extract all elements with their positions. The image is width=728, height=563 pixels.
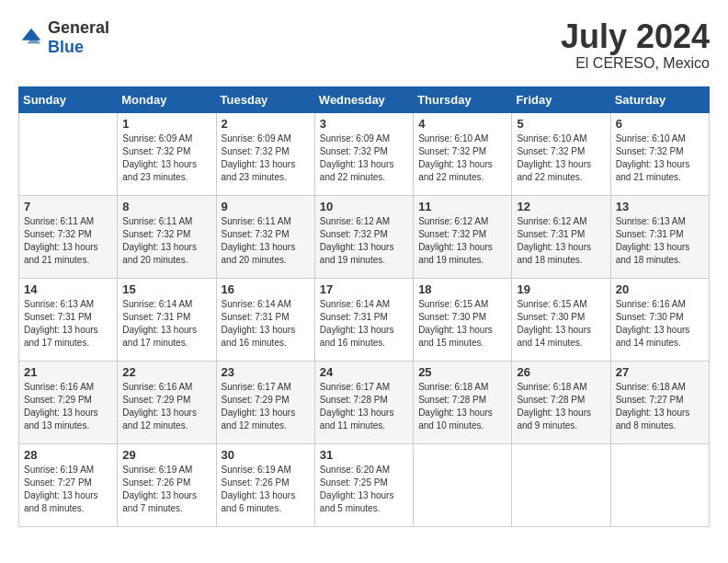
day-number: 6 [616, 117, 704, 131]
day-info: Sunrise: 6:10 AMSunset: 7:32 PMDaylight:… [616, 132, 704, 184]
weekday-header: Thursday [414, 86, 512, 112]
day-number: 1 [122, 117, 210, 131]
day-info: Sunrise: 6:09 AMSunset: 7:32 PMDaylight:… [320, 132, 408, 184]
day-number: 15 [122, 282, 210, 296]
day-info: Sunrise: 6:11 AMSunset: 7:32 PMDaylight:… [24, 215, 112, 267]
weekday-header: Tuesday [216, 86, 314, 112]
day-info: Sunrise: 6:19 AMSunset: 7:26 PMDaylight:… [122, 464, 210, 515]
calendar-cell: 30Sunrise: 6:19 AMSunset: 7:26 PMDayligh… [216, 443, 314, 526]
weekday-header: Friday [512, 86, 610, 112]
day-info: Sunrise: 6:14 AMSunset: 7:31 PMDaylight:… [222, 298, 310, 350]
weekday-header: Monday [118, 86, 216, 112]
weekday-header: Sunday [19, 86, 118, 112]
calendar-cell [610, 443, 709, 526]
day-number: 11 [418, 200, 506, 213]
calendar-cell: 7Sunrise: 6:11 AMSunset: 7:32 PMDaylight… [19, 195, 118, 278]
calendar-week-row: 28Sunrise: 6:19 AMSunset: 7:27 PMDayligh… [19, 443, 710, 526]
calendar-cell: 4Sunrise: 6:10 AMSunset: 7:32 PMDaylight… [414, 112, 512, 195]
day-number: 4 [418, 117, 506, 131]
day-number: 12 [517, 200, 605, 213]
calendar-cell: 28Sunrise: 6:19 AMSunset: 7:27 PMDayligh… [19, 443, 118, 526]
day-info: Sunrise: 6:11 AMSunset: 7:32 PMDaylight:… [222, 215, 310, 267]
day-info: Sunrise: 6:12 AMSunset: 7:32 PMDaylight:… [320, 215, 408, 267]
day-number: 24 [320, 365, 408, 379]
calendar-cell: 19Sunrise: 6:15 AMSunset: 7:30 PMDayligh… [512, 278, 610, 361]
day-number: 2 [222, 117, 310, 131]
location-title: El CERESO, Mexico [561, 55, 710, 72]
logo-blue: Blue [48, 38, 84, 56]
logo-icon [18, 25, 44, 51]
calendar-week-row: 21Sunrise: 6:16 AMSunset: 7:29 PMDayligh… [19, 361, 710, 443]
day-number: 13 [616, 200, 704, 213]
logo-text: General Blue [48, 18, 109, 57]
day-number: 8 [122, 200, 210, 213]
day-info: Sunrise: 6:10 AMSunset: 7:32 PMDaylight:… [418, 132, 506, 184]
calendar-cell: 22Sunrise: 6:16 AMSunset: 7:29 PMDayligh… [118, 361, 216, 443]
calendar-cell: 14Sunrise: 6:13 AMSunset: 7:31 PMDayligh… [19, 278, 118, 361]
day-info: Sunrise: 6:18 AMSunset: 7:27 PMDaylight:… [616, 381, 704, 432]
calendar-week-row: 1Sunrise: 6:09 AMSunset: 7:32 PMDaylight… [19, 112, 710, 195]
day-info: Sunrise: 6:15 AMSunset: 7:30 PMDaylight:… [517, 298, 605, 350]
day-number: 27 [616, 365, 704, 379]
day-info: Sunrise: 6:17 AMSunset: 7:29 PMDaylight:… [222, 381, 310, 432]
calendar-cell: 26Sunrise: 6:18 AMSunset: 7:28 PMDayligh… [512, 361, 610, 443]
calendar-cell: 24Sunrise: 6:17 AMSunset: 7:28 PMDayligh… [314, 361, 413, 443]
day-info: Sunrise: 6:10 AMSunset: 7:32 PMDaylight:… [517, 132, 605, 184]
day-number: 23 [222, 365, 310, 379]
logo-general: General [48, 18, 109, 37]
page-header: General Blue July 2024 El CERESO, Mexico [18, 18, 710, 72]
calendar-cell [414, 443, 512, 526]
calendar-cell: 11Sunrise: 6:12 AMSunset: 7:32 PMDayligh… [414, 195, 512, 278]
day-number: 10 [320, 200, 408, 213]
day-info: Sunrise: 6:12 AMSunset: 7:31 PMDaylight:… [517, 215, 605, 267]
day-info: Sunrise: 6:19 AMSunset: 7:27 PMDaylight:… [24, 464, 112, 515]
day-number: 22 [122, 365, 210, 379]
day-info: Sunrise: 6:13 AMSunset: 7:31 PMDaylight:… [616, 215, 704, 267]
calendar-cell: 8Sunrise: 6:11 AMSunset: 7:32 PMDaylight… [118, 195, 216, 278]
calendar-cell: 15Sunrise: 6:14 AMSunset: 7:31 PMDayligh… [118, 278, 216, 361]
day-info: Sunrise: 6:16 AMSunset: 7:30 PMDaylight:… [616, 298, 704, 350]
logo: General Blue [18, 18, 109, 57]
day-number: 31 [320, 448, 408, 462]
calendar-header-row: SundayMondayTuesdayWednesdayThursdayFrid… [19, 86, 710, 112]
calendar-cell: 16Sunrise: 6:14 AMSunset: 7:31 PMDayligh… [216, 278, 314, 361]
calendar-cell: 20Sunrise: 6:16 AMSunset: 7:30 PMDayligh… [610, 278, 709, 361]
day-number: 5 [517, 117, 605, 131]
day-info: Sunrise: 6:19 AMSunset: 7:26 PMDaylight:… [222, 464, 310, 515]
calendar-cell: 6Sunrise: 6:10 AMSunset: 7:32 PMDaylight… [610, 112, 709, 195]
calendar-cell: 31Sunrise: 6:20 AMSunset: 7:25 PMDayligh… [314, 443, 413, 526]
day-number: 9 [222, 200, 310, 213]
day-number: 29 [122, 448, 210, 462]
calendar-cell: 12Sunrise: 6:12 AMSunset: 7:31 PMDayligh… [512, 195, 610, 278]
calendar-cell: 5Sunrise: 6:10 AMSunset: 7:32 PMDaylight… [512, 112, 610, 195]
day-info: Sunrise: 6:16 AMSunset: 7:29 PMDaylight:… [24, 381, 112, 432]
calendar-cell: 17Sunrise: 6:14 AMSunset: 7:31 PMDayligh… [314, 278, 413, 361]
day-info: Sunrise: 6:14 AMSunset: 7:31 PMDaylight:… [320, 298, 408, 350]
day-number: 26 [517, 365, 605, 379]
calendar-cell: 3Sunrise: 6:09 AMSunset: 7:32 PMDaylight… [314, 112, 413, 195]
day-number: 18 [418, 282, 506, 296]
calendar-cell: 9Sunrise: 6:11 AMSunset: 7:32 PMDaylight… [216, 195, 314, 278]
day-number: 17 [320, 282, 408, 296]
calendar-cell: 27Sunrise: 6:18 AMSunset: 7:27 PMDayligh… [610, 361, 709, 443]
day-number: 21 [24, 365, 112, 379]
day-number: 16 [222, 282, 310, 296]
calendar-cell: 10Sunrise: 6:12 AMSunset: 7:32 PMDayligh… [314, 195, 413, 278]
calendar-cell [512, 443, 610, 526]
day-number: 20 [616, 282, 704, 296]
title-block: July 2024 El CERESO, Mexico [561, 18, 710, 72]
day-info: Sunrise: 6:09 AMSunset: 7:32 PMDaylight:… [222, 132, 310, 184]
calendar-week-row: 14Sunrise: 6:13 AMSunset: 7:31 PMDayligh… [19, 278, 710, 361]
weekday-header: Wednesday [314, 86, 413, 112]
day-info: Sunrise: 6:20 AMSunset: 7:25 PMDaylight:… [320, 464, 408, 515]
calendar-table: SundayMondayTuesdayWednesdayThursdayFrid… [18, 86, 710, 527]
day-info: Sunrise: 6:18 AMSunset: 7:28 PMDaylight:… [517, 381, 605, 432]
day-number: 30 [222, 448, 310, 462]
calendar-week-row: 7Sunrise: 6:11 AMSunset: 7:32 PMDaylight… [19, 195, 710, 278]
day-number: 28 [24, 448, 112, 462]
calendar-cell: 23Sunrise: 6:17 AMSunset: 7:29 PMDayligh… [216, 361, 314, 443]
day-info: Sunrise: 6:09 AMSunset: 7:32 PMDaylight:… [122, 132, 210, 184]
calendar-cell: 1Sunrise: 6:09 AMSunset: 7:32 PMDaylight… [118, 112, 216, 195]
calendar-cell: 25Sunrise: 6:18 AMSunset: 7:28 PMDayligh… [414, 361, 512, 443]
calendar-cell: 13Sunrise: 6:13 AMSunset: 7:31 PMDayligh… [610, 195, 709, 278]
